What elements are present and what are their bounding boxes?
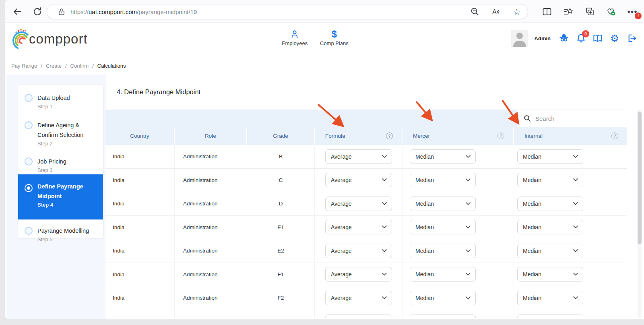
collections-button[interactable]	[584, 6, 595, 17]
select-value: Median	[415, 248, 434, 254]
mercer-select[interactable]: Median	[410, 291, 476, 305]
mercer-select[interactable]: Median	[410, 197, 476, 211]
cell-role	[175, 310, 247, 319]
avatar[interactable]	[511, 30, 528, 47]
step-title: Data Upload	[37, 93, 100, 103]
select-value: Median	[523, 248, 541, 254]
cell-grade: F1	[247, 263, 315, 286]
mercer-select[interactable]: Median	[410, 173, 476, 187]
guide-button[interactable]	[592, 33, 603, 43]
browser-essentials-button[interactable]	[606, 6, 616, 17]
cell-internal: Median	[514, 263, 627, 286]
formula-select[interactable]: Average	[325, 197, 392, 211]
compport-logo[interactable]: compport	[10, 27, 88, 51]
mercer-select[interactable]: Median	[410, 220, 476, 234]
split-screen-button[interactable]	[542, 6, 552, 17]
step-data-upload[interactable]: Data Upload Step 1	[18, 93, 103, 110]
internal-select[interactable]: Median	[517, 173, 583, 187]
cell-grade: E2	[247, 239, 315, 263]
address-bar[interactable]: https://uat.compport.com/payrange-midpoi…	[47, 4, 528, 19]
step-job-pricing[interactable]: Job Pricing Step 3	[18, 157, 103, 173]
zoom-out-button[interactable]	[470, 7, 480, 17]
app-header: compport Employees $ Comp Plans	[5, 23, 644, 57]
formula-select[interactable]: Average	[325, 173, 392, 187]
column-header-grade[interactable]: Grade	[247, 127, 315, 145]
nav-comp-plans[interactable]: $ Comp Plans	[320, 29, 349, 46]
browser-essentials-icon	[606, 6, 616, 17]
cell-role: Administration	[175, 169, 247, 192]
help-icon[interactable]: ?	[497, 132, 504, 139]
cell-country: India	[105, 145, 175, 168]
back-button[interactable]	[11, 6, 23, 18]
breadcrumb-pay-range[interactable]: Pay Range	[11, 63, 37, 69]
logout-button[interactable]	[626, 33, 637, 43]
browser-window: https://uat.compport.com/payrange-midpoi…	[5, 0, 644, 319]
refresh-button[interactable]	[31, 6, 43, 18]
internal-select[interactable]: Median	[517, 197, 583, 211]
column-header-formula[interactable]: Formula?	[315, 127, 402, 145]
favorite-star-button[interactable]: ☆	[513, 8, 520, 16]
mercer-select[interactable]: Median	[410, 244, 476, 258]
formula-select[interactable]	[325, 315, 392, 318]
settings-button[interactable]: ⚙	[609, 33, 620, 43]
step-payrange-modelling[interactable]: Payrange Modelling Step 5	[18, 226, 103, 242]
cell-role: Administration	[175, 239, 247, 263]
proxy-access-button[interactable]	[559, 33, 569, 43]
chevron-down-icon	[466, 273, 471, 276]
breadcrumb-create[interactable]: Create	[46, 63, 62, 69]
column-header-role[interactable]: Role	[175, 127, 247, 145]
notifications-button[interactable]: 0	[576, 33, 586, 43]
column-label: Internal	[524, 133, 543, 139]
column-header-internal[interactable]: Internal?	[514, 127, 627, 145]
internal-select[interactable]: Median	[517, 267, 583, 282]
select-value: Median	[523, 271, 541, 277]
column-header-country[interactable]: Country	[105, 127, 175, 145]
internal-select[interactable]: Median	[517, 291, 583, 305]
back-arrow-icon	[12, 6, 23, 17]
nav-employees[interactable]: Employees	[281, 29, 309, 46]
select-value: Average	[331, 224, 352, 230]
read-aloud-button[interactable]: A	[491, 7, 502, 17]
cell-country: India	[105, 239, 175, 263]
formula-select[interactable]: Average	[325, 291, 392, 305]
chevron-down-icon	[382, 178, 387, 182]
select-value: Median	[523, 224, 541, 230]
column-header-mercer[interactable]: Mercer?	[402, 127, 514, 145]
step-define-payrange-midpoint[interactable]: Define Payrange Midpoint Step 4	[18, 174, 103, 219]
table-body: India Administration B Average Median Me…	[105, 145, 627, 310]
internal-select[interactable]: Median	[517, 244, 583, 258]
internal-select[interactable]: Median	[517, 149, 583, 164]
cell-formula: Average	[315, 239, 402, 263]
favorites-bar-button[interactable]	[563, 6, 574, 17]
cell-internal: Median	[514, 145, 627, 168]
select-value: Median	[523, 153, 541, 160]
step-define-ageing[interactable]: Define Ageing & Confirm Selection Step 2	[18, 120, 103, 147]
search-input[interactable]	[535, 115, 616, 122]
internal-select[interactable]	[517, 315, 583, 318]
app-root: compport Employees $ Comp Plans	[5, 23, 644, 319]
chevron-down-icon	[382, 155, 387, 158]
help-icon[interactable]: ?	[386, 132, 393, 139]
logo-text: compport	[29, 31, 88, 47]
cell-formula	[315, 310, 402, 319]
breadcrumb-confirm[interactable]: Confirm	[70, 63, 89, 69]
scrollbar-thumb[interactable]	[638, 112, 642, 244]
cell-mercer: Median	[402, 239, 514, 263]
help-icon[interactable]: ?	[611, 132, 618, 139]
mercer-select[interactable]: Median	[410, 149, 476, 164]
mercer-select[interactable]: Median	[410, 267, 476, 282]
formula-select[interactable]: Average	[325, 267, 392, 282]
select-value: Median	[415, 295, 434, 301]
select-value: Average	[331, 153, 352, 160]
cell-grade: F2	[247, 286, 315, 310]
logout-icon	[626, 33, 637, 43]
cell-internal: Median	[514, 216, 627, 239]
table-row: India Administration E2 Average Median M…	[105, 239, 627, 263]
formula-select[interactable]: Average	[325, 149, 392, 164]
formula-select[interactable]: Average	[325, 220, 392, 234]
mercer-select[interactable]	[410, 315, 476, 318]
internal-select[interactable]: Median	[517, 220, 583, 234]
browser-menu-button[interactable]: ••• !	[627, 6, 638, 17]
formula-select[interactable]: Average	[325, 244, 392, 258]
cell-mercer	[402, 310, 514, 319]
